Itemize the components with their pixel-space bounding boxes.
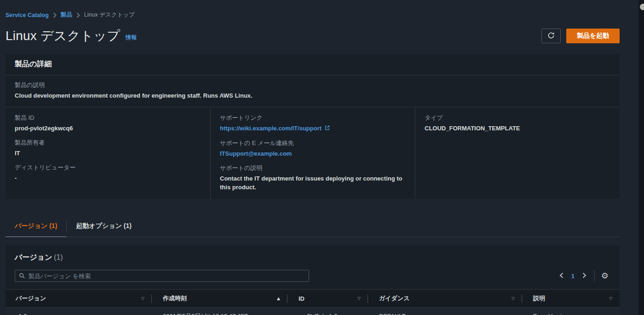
breadcrumb: Service Catalog 製品 Linux デスクトップ: [6, 0, 620, 19]
chevron-left-icon: [559, 272, 564, 280]
breadcrumb-link-products[interactable]: 製品: [61, 11, 72, 19]
support-description-field: サポートの説明 Contact the IT department for is…: [220, 164, 406, 192]
column-header-description[interactable]: 説明 ▽: [522, 290, 620, 307]
sort-indicator-icon: ▽: [141, 296, 144, 301]
tabs: バージョン (1) 起動オプション (1): [6, 221, 620, 237]
pagination-next-button[interactable]: [579, 270, 590, 282]
tab-launch-options[interactable]: 起動オプション (1): [67, 221, 141, 237]
product-owner-field: 製品所有者 IT: [15, 139, 201, 158]
versions-panel: バージョン (1) 1 ⚙: [6, 245, 620, 315]
cell-description: Base Version: [522, 308, 620, 315]
breadcrumb-chevron-icon: [53, 12, 57, 18]
sort-indicator-icon: ▽: [357, 296, 361, 301]
versions-count: (1): [54, 253, 63, 261]
refresh-button[interactable]: [541, 29, 561, 43]
column-header-version[interactable]: バージョン ▽: [6, 290, 152, 307]
pagination: 1 ⚙: [556, 270, 610, 282]
column-header-label: ガイダンス: [379, 294, 410, 303]
table-header-row: バージョン ▽ 作成時刻 ▲ ID ▽ ガイダンス ▽ 説明 ▽: [6, 289, 620, 308]
pagination-prev-button[interactable]: [556, 270, 567, 282]
sort-indicator-icon: ▽: [512, 296, 515, 301]
support-email-link[interactable]: ITSupport@example.com: [220, 150, 292, 157]
info-link[interactable]: 情報: [126, 34, 137, 41]
chevron-right-icon: [582, 272, 587, 280]
scrollbar-track[interactable]: [638, 0, 644, 315]
type-label: タイプ: [425, 114, 610, 122]
pagination-current-page[interactable]: 1: [567, 273, 579, 280]
header-actions: 製品を起動: [541, 29, 620, 43]
product-owner-value: IT: [15, 149, 201, 158]
product-details-title: 製品の詳細: [15, 59, 610, 69]
main-content: Service Catalog 製品 Linux デスクトップ Linux デス…: [6, 0, 620, 315]
page-title: Linux デスクトップ: [6, 27, 120, 45]
external-link-icon: [324, 124, 330, 133]
support-link-field: サポートリンク https://wiki.example.com/IT/supp…: [220, 114, 406, 133]
scrollbar-thumb[interactable]: [640, 4, 644, 10]
tab-versions[interactable]: バージョン (1): [6, 221, 66, 237]
product-id-label: 製品 ID: [15, 114, 201, 122]
support-description-value: Contact the IT department for issues dep…: [220, 174, 404, 192]
cell-id: pa-5kj7iyhofa2sm: [288, 308, 368, 315]
refresh-icon: [547, 32, 555, 41]
product-details-panel-header: 製品の詳細: [6, 54, 620, 75]
support-link[interactable]: https://wiki.example.com/IT/support: [220, 125, 322, 132]
search-input-wrapper: [15, 270, 309, 282]
product-details-panel: 製品の詳細 製品の説明 Cloud development environmen…: [6, 54, 620, 199]
versions-table: バージョン ▽ 作成時刻 ▲ ID ▽ ガイダンス ▽ 説明 ▽: [6, 289, 620, 315]
support-email-label: サポートの E メール連絡先: [220, 139, 406, 147]
page-header: Linux デスクトップ 情報 製品を起動: [6, 27, 620, 45]
type-value: CLOUD_FORMATION_TEMPLATE: [425, 124, 610, 133]
column-header-guidance[interactable]: ガイダンス ▽: [368, 290, 522, 307]
product-id-field: 製品 ID prod-pvlot2egkwcq6: [15, 114, 201, 133]
column-header-label: 作成時刻: [163, 294, 187, 303]
cell-guidance: DEFAULT: [368, 308, 522, 315]
sort-indicator-icon: ▽: [609, 296, 612, 301]
breadcrumb-chevron-icon: [76, 12, 80, 18]
product-details-columns: 製品 ID prod-pvlot2egkwcq6 製品所有者 IT ディストリビ…: [6, 107, 620, 199]
column-header-created-time[interactable]: 作成時刻 ▲: [152, 290, 288, 307]
launch-product-button[interactable]: 製品を起動: [566, 29, 620, 43]
product-description-value: Cloud development environment configured…: [15, 91, 610, 100]
sort-ascending-icon: ▲: [277, 296, 280, 301]
versions-toolbar: 1 ⚙: [6, 266, 620, 289]
pagination-divider: [594, 270, 595, 281]
column-header-label: バージョン: [16, 294, 46, 303]
support-email-field: サポートの E メール連絡先 ITSupport@example.com: [220, 139, 406, 158]
column-header-id[interactable]: ID ▽: [288, 290, 368, 307]
details-column-1: 製品 ID prod-pvlot2egkwcq6 製品所有者 IT ディストリビ…: [6, 107, 210, 199]
versions-title: バージョン: [15, 253, 52, 261]
gear-icon: ⚙: [601, 271, 609, 280]
product-description-field: 製品の説明 Cloud development environment conf…: [6, 75, 620, 107]
table-row: v1.0 2021年5月5日(水) 13:19:47 JST pa-5kj7iy…: [6, 308, 620, 315]
details-column-2: サポートリンク https://wiki.example.com/IT/supp…: [210, 107, 415, 199]
search-icon: [19, 273, 25, 279]
distributor-label: ディストリビューター: [15, 163, 201, 172]
breadcrumb-link-service-catalog[interactable]: Service Catalog: [6, 12, 49, 18]
distributor-value: -: [15, 174, 201, 182]
details-column-3: タイプ CLOUD_FORMATION_TEMPLATE: [415, 107, 620, 199]
settings-button[interactable]: ⚙: [599, 271, 610, 281]
column-header-label: ID: [299, 295, 305, 302]
cell-created-time: 2021年5月5日(水) 13:19:47 JST: [152, 308, 288, 315]
support-link-label: サポートリンク: [220, 114, 406, 122]
product-description-label: 製品の説明: [15, 81, 610, 89]
product-id-value: prod-pvlot2egkwcq6: [15, 124, 201, 133]
cell-version: v1.0: [6, 308, 152, 315]
support-description-label: サポートの説明: [220, 164, 406, 172]
type-field: タイプ CLOUD_FORMATION_TEMPLATE: [425, 114, 610, 133]
column-header-label: 説明: [533, 294, 545, 303]
product-owner-label: 製品所有者: [15, 139, 201, 147]
distributor-field: ディストリビューター -: [15, 163, 201, 182]
breadcrumb-current: Linux デスクトップ: [84, 11, 135, 19]
versions-panel-header: バージョン (1): [6, 245, 620, 266]
search-input[interactable]: [29, 273, 305, 280]
